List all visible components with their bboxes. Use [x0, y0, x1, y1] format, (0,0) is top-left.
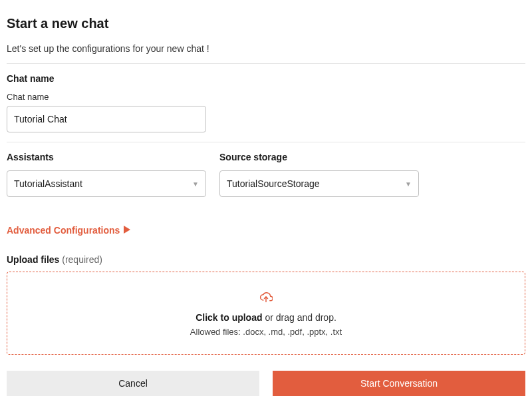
caret-right-icon [124, 226, 130, 236]
upload-files-label-text: Upload files [7, 254, 59, 265]
upload-files-label: Upload files (required) [7, 254, 525, 265]
start-conversation-button[interactable]: Start Conversation [273, 371, 525, 396]
source-storage-col: Source storage TutorialSourceStorage ▼ [219, 152, 419, 197]
assistants-select[interactable]: TutorialAssistant ▼ [7, 170, 206, 197]
assistants-label: Assistants [7, 152, 206, 162]
upload-files-required: (required) [62, 254, 102, 265]
dropzone-allowed-text: Allowed files: .docx, .md, .pdf, .pptx, … [190, 327, 342, 337]
assistants-storage-row: Assistants TutorialAssistant ▼ Source st… [7, 152, 525, 197]
source-storage-select-value: TutorialSourceStorage [227, 178, 405, 189]
upload-dropzone[interactable]: Click to upload or drag and drop. Allowe… [7, 272, 525, 355]
chevron-down-icon: ▼ [405, 180, 412, 188]
advanced-configurations-link[interactable]: Advanced Configurations [7, 225, 130, 236]
assistants-select-value: TutorialAssistant [14, 178, 192, 189]
button-row: Cancel Start Conversation [7, 371, 525, 396]
source-storage-select[interactable]: TutorialSourceStorage ▼ [219, 170, 419, 197]
chat-name-input[interactable] [7, 106, 206, 132]
divider [7, 63, 525, 64]
divider [7, 142, 525, 142]
cancel-button[interactable]: Cancel [7, 371, 259, 396]
page-title: Start a new chat [7, 16, 525, 31]
click-to-upload-text: Click to upload [196, 312, 262, 323]
drag-drop-text: or drag and drop. [263, 312, 336, 323]
cloud-upload-icon [259, 291, 273, 305]
page-subtitle: Let's set up the configurations for your… [7, 43, 525, 54]
chat-name-section: Chat name Chat name [7, 73, 525, 132]
chevron-down-icon: ▼ [192, 180, 199, 188]
source-storage-label: Source storage [219, 152, 419, 162]
svg-marker-0 [124, 226, 130, 234]
chat-name-section-label: Chat name [7, 73, 525, 84]
assistants-col: Assistants TutorialAssistant ▼ [7, 152, 206, 197]
advanced-configurations-label: Advanced Configurations [7, 225, 120, 236]
dropzone-text-line1: Click to upload or drag and drop. [196, 312, 336, 323]
chat-name-field-label: Chat name [7, 92, 525, 102]
